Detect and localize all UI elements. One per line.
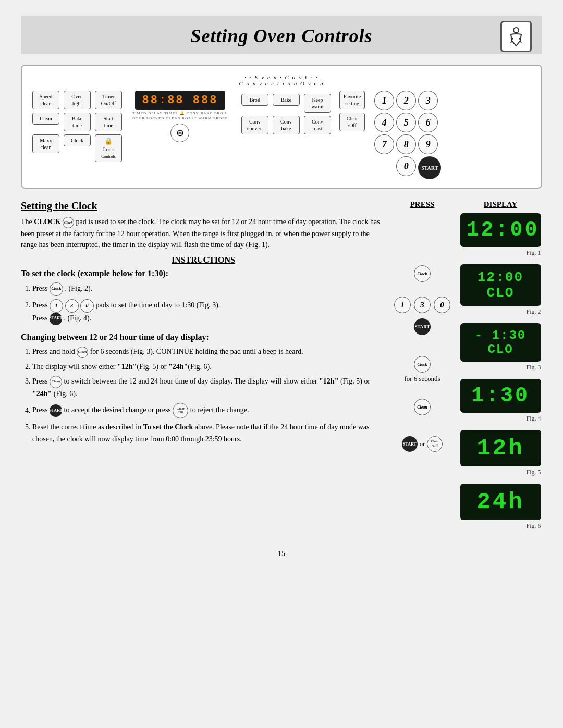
fig3-label: Fig. 3 bbox=[460, 364, 541, 372]
fig3-display: - 1:30 CLO bbox=[460, 323, 541, 362]
num-1-btn[interactable]: 1 bbox=[374, 91, 394, 110]
maxx-clean-btn[interactable]: Maxxclean bbox=[32, 134, 59, 153]
start-btn-step4[interactable]: START bbox=[50, 404, 62, 417]
fig1-text: 12:00 bbox=[467, 218, 535, 242]
step-2: Press 1 3 0 pads to set the time of day … bbox=[32, 299, 386, 325]
num-1-step2[interactable]: 1 bbox=[50, 299, 63, 313]
press-clock-hold: Clock for 6 seconds bbox=[404, 356, 440, 383]
fig4-display: 1:30 bbox=[460, 379, 541, 413]
fig4-text: 1:30 bbox=[467, 384, 535, 408]
press-0[interactable]: 0 bbox=[434, 297, 450, 313]
num-0-step2[interactable]: 0 bbox=[80, 299, 94, 313]
accessibility-icon bbox=[500, 21, 532, 52]
for-seconds-label: for 6 seconds bbox=[404, 375, 440, 383]
num-5-btn[interactable]: 5 bbox=[396, 113, 416, 132]
step-24h-4: Press START to accept the desired change… bbox=[32, 403, 386, 418]
bake-btn[interactable]: Bake bbox=[273, 94, 300, 106]
broil-btn[interactable]: Broil bbox=[241, 94, 268, 106]
press-clean-btn[interactable]: Clean bbox=[414, 399, 431, 415]
num-3-step2[interactable]: 3 bbox=[65, 299, 79, 313]
start-btn[interactable]: START bbox=[418, 156, 441, 179]
oven-light-btn[interactable]: Ovenlight bbox=[64, 91, 91, 109]
svg-point-0 bbox=[513, 28, 519, 33]
timer-onoff-btn[interactable]: TimerOn/Off bbox=[95, 91, 122, 109]
press-start-fig4: START bbox=[414, 318, 431, 335]
press-3[interactable]: 3 bbox=[414, 297, 431, 313]
instructions-col: Setting the Clock The CLOCK Clock pad is… bbox=[21, 200, 386, 537]
fig2-display: 12:00 CLO bbox=[460, 264, 541, 306]
fig6-display: 24h bbox=[460, 484, 541, 520]
num-4-btn[interactable]: 4 bbox=[374, 113, 394, 132]
conv-bake-btn[interactable]: Convbake bbox=[273, 116, 300, 134]
conv-roast-btn[interactable]: Convroast bbox=[304, 116, 331, 134]
conv-convert-btn[interactable]: Convconvert bbox=[241, 116, 268, 134]
press-clock-fig2: Clock bbox=[414, 265, 431, 282]
clean-btn-step3[interactable]: Clean bbox=[50, 376, 62, 388]
num-7-btn[interactable]: 7 bbox=[374, 134, 394, 154]
press-clock-hold-btn[interactable]: Clock bbox=[414, 356, 431, 373]
page-title: Setting Oven Controls bbox=[26, 25, 537, 47]
fig5-text: 12h bbox=[467, 435, 535, 461]
favorite-setting-btn[interactable]: Favoritesetting bbox=[339, 91, 365, 109]
clearoff-btn-step4[interactable]: Clear/Off bbox=[173, 403, 188, 418]
clock-24h-steps: Press and hold Clock for 6 seconds (Fig.… bbox=[21, 346, 386, 445]
panel-display: 88:88 888 bbox=[135, 91, 226, 110]
start-btn-step2[interactable]: START bbox=[50, 313, 62, 325]
press-clean-fig5: Clean bbox=[414, 399, 431, 415]
display-col: DISPLAY 12:00 Fig. 1 12:00 CLO Fig. 2 - … bbox=[459, 200, 542, 537]
step-24h-1: Press and hold Clock for 6 seconds (Fig.… bbox=[32, 346, 386, 358]
step-24h-3: Press Clean to switch between the 12 and… bbox=[32, 376, 386, 400]
press-clearoff-btn[interactable]: Clear /Off bbox=[427, 436, 443, 452]
speed-clean-btn[interactable]: Speedclean bbox=[32, 91, 59, 109]
step-24h-2: The display will show either "12h"(Fig. … bbox=[32, 361, 386, 373]
num-9-btn[interactable]: 9 bbox=[418, 134, 438, 154]
or-text: or bbox=[420, 440, 425, 448]
step-1: Press Clock . (Fig. 2). bbox=[32, 282, 386, 296]
clean-btn[interactable]: Clean bbox=[32, 113, 59, 125]
clock-bold: CLOCK bbox=[34, 218, 60, 226]
clear-off-btn[interactable]: Clear/Off bbox=[339, 113, 365, 131]
press-clock-btn[interactable]: Clock bbox=[414, 265, 431, 282]
num-3-btn[interactable]: 3 bbox=[418, 91, 438, 110]
clock-hold-btn[interactable]: Clock bbox=[77, 347, 88, 358]
press-start-or-clear: START or Clear /Off bbox=[402, 436, 443, 452]
press-start-btn[interactable]: START bbox=[414, 318, 431, 335]
numpad: 1 2 3 4 5 6 7 8 9 0 START bbox=[374, 91, 438, 179]
num-6-btn[interactable]: 6 bbox=[418, 113, 438, 132]
press-1[interactable]: 1 bbox=[394, 297, 411, 313]
subsection1-title: To set the clock (example below for 1:30… bbox=[21, 269, 386, 278]
bake-time-btn[interactable]: Baketime bbox=[64, 113, 91, 131]
instructions-header: INSTRUCTIONS bbox=[21, 255, 386, 265]
fig1-display: 12:00 bbox=[460, 213, 541, 247]
keep-warm-btn[interactable]: Keepwarm bbox=[304, 94, 331, 113]
clock-description: The CLOCK Clock pad is used to set the c… bbox=[21, 216, 386, 250]
press-header: PRESS bbox=[410, 200, 435, 209]
clock-btn-step1[interactable]: Clock bbox=[50, 282, 63, 296]
press-nums-fig3: 1 3 0 bbox=[394, 297, 450, 313]
panel-indicators: TIMEDDELAYTIMER🔔CONVBAKEBROIL bbox=[132, 111, 228, 115]
fig5-label: Fig. 5 bbox=[460, 468, 541, 476]
subsection2-title: Changing between 12 or 24 hour time of d… bbox=[21, 332, 386, 342]
clock-btn[interactable]: Clock bbox=[64, 134, 91, 146]
fig6-text: 24h bbox=[467, 489, 535, 515]
fig5-display: 12h bbox=[460, 430, 541, 466]
num-0-btn[interactable]: 0 bbox=[396, 156, 416, 176]
fig2-label: Fig. 2 bbox=[460, 308, 541, 316]
page-header: Setting Oven Controls bbox=[21, 16, 542, 54]
clock-steps-list: Press Clock . (Fig. 2). Press 1 3 0 pads… bbox=[21, 282, 386, 325]
num-8-btn[interactable]: 8 bbox=[396, 134, 416, 154]
control-panel-diagram: · · E v e n · C o o k · · C o n v e c t … bbox=[21, 65, 542, 189]
num-2-btn[interactable]: 2 bbox=[396, 91, 416, 110]
press-col: PRESS Clock 1 3 0 START Cloc bbox=[391, 200, 454, 537]
panel-indicators2: DOORLOCKEDCLEANROASTWARMPROBE bbox=[132, 116, 228, 120]
press-start-final[interactable]: START bbox=[402, 436, 418, 452]
panel-brand-label: · · E v e n · C o o k · · C o n v e c t … bbox=[32, 74, 531, 87]
three-col-layout: Setting the Clock The CLOCK Clock pad is… bbox=[21, 200, 542, 537]
page-number: 15 bbox=[21, 550, 542, 558]
start-time-btn[interactable]: Starttime bbox=[95, 113, 122, 131]
fig4-label: Fig. 4 bbox=[460, 415, 541, 423]
fig3-text: - 1:30 CLO bbox=[467, 328, 535, 356]
display-header: DISPLAY bbox=[484, 200, 517, 209]
conv-fan-icon: ⊛ bbox=[170, 124, 189, 142]
lock-controls-btn[interactable]: 🔒LockControls bbox=[95, 134, 122, 162]
